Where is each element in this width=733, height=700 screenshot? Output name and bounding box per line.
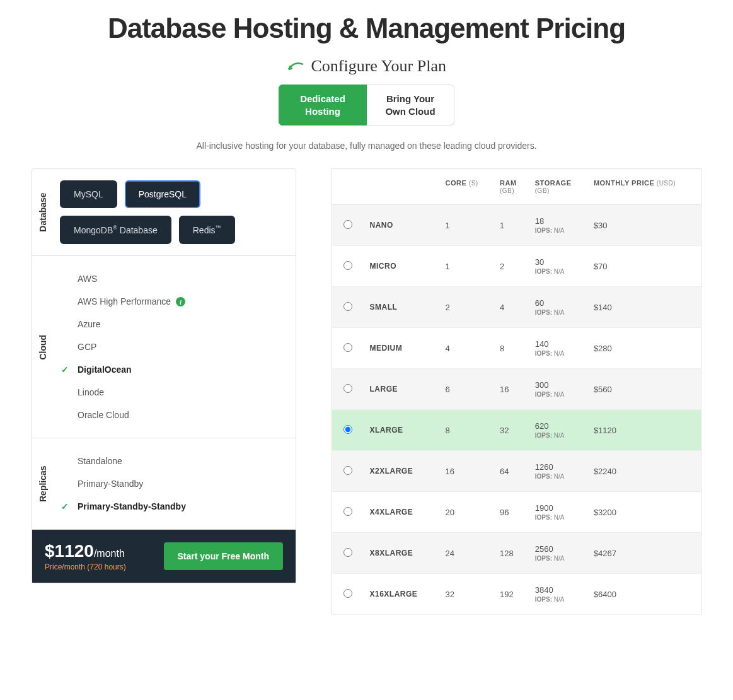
plan-table: CORE (S) RAM(GB) STORAGE(GB) MONTHLY PRI… [332,168,701,615]
plan-storage: 1900IOPS: N/A [529,492,587,533]
plan-core: 1 [439,205,494,246]
plan-price: $280 [587,328,701,369]
section-cloud: Cloud AWSAWS High Performance iAzureGCP✓… [32,256,296,439]
section-database: Database MySQLPostgreSQLMongoDB® Databas… [32,169,296,256]
plan-storage: 60IOPS: N/A [529,287,587,328]
cloud-label: GCP [78,342,96,352]
replica-option-primary-standby-standby[interactable]: ✓Primary-Standby-Standby [60,495,284,518]
plan-storage: 300IOPS: N/A [529,369,587,410]
plan-row-nano[interactable]: NANO1118IOPS: N/A$30 [332,205,701,246]
tab-bring-your-own-cloud[interactable]: Bring Your Own Cloud [367,85,454,125]
plan-row-small[interactable]: SMALL2460IOPS: N/A$140 [332,287,701,328]
plan-radio-medium[interactable] [343,343,352,352]
plan-storage: 18IOPS: N/A [529,205,587,246]
replica-label: Primary-Standby-Standby [78,501,186,511]
database-option-mysql[interactable]: MySQL [60,180,117,208]
col-ram: RAM(GB) [493,169,529,205]
cloud-option-azure[interactable]: Azure [60,313,284,335]
config-panel: Database MySQLPostgreSQLMongoDB® Databas… [32,168,296,583]
plan-storage: 1260IOPS: N/A [529,451,587,492]
tab-dedicated-hosting[interactable]: Dedicated Hosting [279,85,367,125]
plan-ram: 4 [493,287,529,328]
plan-row-medium[interactable]: MEDIUM48140IOPS: N/A$280 [332,328,701,369]
plan-row-large[interactable]: LARGE616300IOPS: N/A$560 [332,369,701,410]
plan-ram: 2 [493,246,529,287]
plan-price: $30 [587,205,701,246]
cloud-option-digitalocean[interactable]: ✓DigitalOcean [60,358,284,381]
plan-ram: 1 [493,205,529,246]
plan-row-x2xlarge[interactable]: X2XLARGE16641260IOPS: N/A$2240 [332,451,701,492]
check-icon: ✓ [61,501,69,511]
plan-radio-small[interactable] [343,302,352,311]
replica-option-primary-standby[interactable]: Primary-Standby [60,472,284,495]
database-option-redis-[interactable]: Redis™ [179,216,235,244]
plan-price: $3200 [587,492,701,533]
plan-radio-large[interactable] [343,384,352,393]
cloud-option-aws-high-performance[interactable]: AWS High Performance i [60,290,284,313]
plan-core: 20 [439,492,494,533]
replica-label: Standalone [78,456,122,466]
plan-ram: 128 [493,533,529,574]
database-option-postgresql[interactable]: PostgreSQL [125,180,200,208]
plan-core: 2 [439,287,494,328]
arrow-curved-icon [287,59,304,73]
plan-row-micro[interactable]: MICRO1230IOPS: N/A$70 [332,246,701,287]
plan-row-x4xlarge[interactable]: X4XLARGE20961900IOPS: N/A$3200 [332,492,701,533]
plan-radio-x8xlarge[interactable] [343,548,352,557]
plan-radio-x16xlarge[interactable] [343,589,352,598]
section-label-database: Database [32,169,54,255]
plan-storage: 620IOPS: N/A [529,410,587,451]
section-replicas: Replicas StandalonePrimary-Standby✓Prima… [32,438,296,530]
plan-radio-x4xlarge[interactable] [343,507,352,516]
cloud-option-gcp[interactable]: GCP [60,335,284,358]
plan-core: 32 [439,574,494,615]
plan-price: $1120 [587,410,701,451]
plan-core: 6 [439,369,494,410]
plan-name: SMALL [370,303,433,312]
plan-price: $2240 [587,451,701,492]
plan-name: LARGE [370,385,433,394]
subtitle: All-inclusive hosting for your database,… [32,141,701,151]
plan-storage: 3840IOPS: N/A [529,574,587,615]
plan-radio-x2xlarge[interactable] [343,466,352,475]
section-label-cloud: Cloud [32,256,54,438]
price-footer: $1120/month Price/month (720 hours) Star… [32,530,296,583]
plan-core: 4 [439,328,494,369]
replica-option-standalone[interactable]: Standalone [60,450,284,472]
plan-table-panel: CORE (S) RAM(GB) STORAGE(GB) MONTHLY PRI… [332,168,701,615]
section-label-replicas: Replicas [32,438,54,529]
hosting-tabs: Dedicated Hosting Bring Your Own Cloud [32,85,701,125]
database-option-mongodb-database[interactable]: MongoDB® Database [60,216,171,244]
plan-name: NANO [370,221,433,230]
plan-radio-xlarge[interactable] [343,425,352,434]
plan-row-x8xlarge[interactable]: X8XLARGE241282560IOPS: N/A$4267 [332,533,701,574]
info-icon[interactable]: i [176,297,185,306]
cloud-option-oracle-cloud[interactable]: Oracle Cloud [60,404,284,426]
plan-storage: 2560IOPS: N/A [529,533,587,574]
cloud-label: Linode [78,387,104,397]
plan-storage: 30IOPS: N/A [529,246,587,287]
plan-ram: 32 [493,410,529,451]
configure-label: Configure Your Plan [311,57,446,76]
plan-name: MICRO [370,262,433,271]
plan-price: $6400 [587,574,701,615]
col-price: MONTHLY PRICE (USD) [587,169,701,205]
cloud-label: DigitalOcean [78,365,132,375]
plan-name: X2XLARGE [370,467,433,475]
cloud-label: AWS High Performance [78,296,171,306]
plan-storage: 140IOPS: N/A [529,328,587,369]
plan-name: MEDIUM [370,344,433,353]
plan-radio-nano[interactable] [343,220,352,229]
cloud-option-linode[interactable]: Linode [60,381,284,404]
page-title: Database Hosting & Management Pricing [32,13,701,44]
plan-name: X16XLARGE [370,590,433,598]
start-free-month-button[interactable]: Start your Free Month [164,542,283,570]
cloud-label: Azure [78,319,101,329]
cloud-option-aws[interactable]: AWS [60,267,284,290]
plan-name: X8XLARGE [370,549,433,557]
plan-radio-micro[interactable] [343,261,352,270]
cloud-label: AWS [78,274,97,284]
plan-name: XLARGE [370,426,433,435]
plan-row-xlarge[interactable]: XLARGE832620IOPS: N/A$1120 [332,410,701,451]
plan-row-x16xlarge[interactable]: X16XLARGE321923840IOPS: N/A$6400 [332,574,701,615]
